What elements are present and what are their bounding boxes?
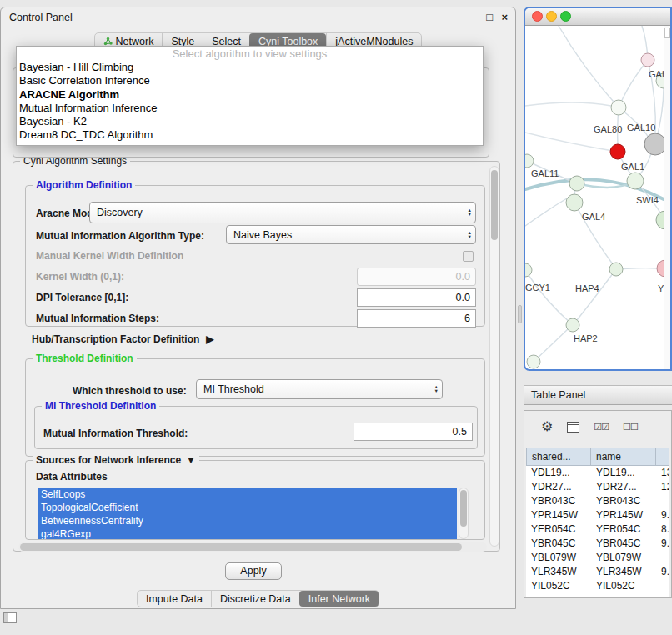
- attribute-item-gal4rgexp[interactable]: gal4RGexp: [38, 528, 457, 539]
- network-node[interactable]: [641, 53, 654, 67]
- manual-kernel-checkbox[interactable]: [463, 251, 474, 262]
- network-edge[interactable]: [577, 182, 634, 188]
- threshold-definition-group: Threshold Definition Which threshold to …: [25, 358, 485, 457]
- network-node[interactable]: [644, 133, 664, 155]
- network-node-label: SWI4: [636, 195, 659, 205]
- scrollbar-thumb[interactable]: [20, 543, 462, 551]
- algorithm-option-aracne-algorithm[interactable]: ARACNE Algorithm: [17, 88, 483, 102]
- algorithm-option-mutual-information-inference[interactable]: Mutual Information Inference: [17, 102, 483, 115]
- attribute-item-selfloops[interactable]: SelfLoops: [38, 488, 457, 501]
- network-edge[interactable]: [577, 269, 616, 320]
- scrollbar-thumb[interactable]: [460, 490, 467, 527]
- network-canvas[interactable]: GALGAL80GAL10GAL11GAL1SWI4GAL4GCY1HAP4YH…: [525, 26, 664, 369]
- minimize-traffic-light-icon[interactable]: [546, 11, 557, 22]
- mi-steps-input[interactable]: 6: [357, 309, 476, 328]
- settings-horizontal-scrollbar[interactable]: [18, 542, 487, 552]
- network-node[interactable]: [525, 154, 534, 168]
- network-canvas-svg: GALGAL80GAL10GAL11GAL1SWI4GAL4GCY1HAP4YH…: [525, 26, 664, 369]
- network-vertical-scrollbar[interactable]: [664, 26, 670, 369]
- control-panel: Control Panel □ × NetworkStyleSelectCyni…: [0, 7, 516, 609]
- network-node[interactable]: [610, 144, 625, 159]
- network-node[interactable]: [566, 194, 583, 211]
- table-row[interactable]: YDL19...YDL19...13: [526, 466, 669, 480]
- network-node[interactable]: [656, 211, 664, 229]
- mi-steps-label: Mutual Information Steps:: [36, 312, 159, 324]
- table-cell: [656, 494, 669, 508]
- tab-label: Infer Network: [308, 593, 370, 605]
- table-row[interactable]: YLR345WYLR345W9.: [526, 565, 669, 579]
- mi-type-label: Mutual Information Algorithm Type:: [36, 230, 204, 242]
- column-header-extra[interactable]: [656, 448, 669, 466]
- float-window-icon[interactable]: □: [486, 11, 493, 23]
- algorithm-option-bayesian-k2[interactable]: Bayesian - K2: [17, 115, 483, 128]
- table-row[interactable]: YIL052CYIL052C: [526, 579, 669, 593]
- dropdown-placeholder: Select algorithm to view settings: [17, 47, 483, 61]
- kernel-width-input[interactable]: 0.0: [357, 268, 476, 286]
- close-panel-icon[interactable]: ×: [501, 11, 508, 23]
- zoom-traffic-light-icon[interactable]: [560, 11, 571, 22]
- algorithm-option-dream8-dc-tdc-algorithm[interactable]: Dream8 DC_TDC Algorithm: [17, 128, 483, 142]
- select-all-columns-icon[interactable]: ☑☑: [594, 422, 609, 432]
- algorithm-option-bayesian-hill-climbing[interactable]: Bayesian - Hill Climbing: [17, 61, 483, 74]
- network-node-label: HAP2: [574, 333, 598, 343]
- network-node[interactable]: [569, 176, 584, 191]
- table-row[interactable]: YBL079WYBL079W: [526, 551, 669, 565]
- network-node[interactable]: [527, 355, 540, 368]
- data-attributes-list[interactable]: SelfLoopsTopologicalCoefficientBetweenne…: [38, 488, 457, 539]
- table-cell: YBR043C: [526, 494, 591, 508]
- mi-type-value: Naive Bayes: [233, 229, 292, 241]
- hub-definition-expander[interactable]: Hub/Transcription Factor Definition ▶: [32, 333, 214, 345]
- table-toolbar: ⚙ ☑☑ ☐☐: [524, 416, 671, 438]
- settings-vertical-scrollbar[interactable]: [489, 166, 499, 547]
- show-hidden-panel-icon[interactable]: [3, 612, 17, 623]
- table-row[interactable]: YPR145WYPR145W9.: [526, 508, 669, 522]
- network-node[interactable]: [525, 263, 532, 277]
- algorithm-option-basic-correlation-inference[interactable]: Basic Correlation Inference: [17, 74, 483, 88]
- chevron-down-icon[interactable]: ▼: [186, 454, 196, 466]
- hub-definition-label: Hub/Transcription Factor Definition: [32, 333, 199, 345]
- network-edge[interactable]: [525, 102, 611, 106]
- table-row[interactable]: YBR045CYBR045C9.: [526, 537, 669, 551]
- algorithm-definition-title: Algorithm Definition: [33, 179, 135, 191]
- which-threshold-select[interactable]: MI Threshold ▲▼: [196, 379, 443, 399]
- apply-button[interactable]: Apply: [225, 562, 282, 580]
- network-edge[interactable]: [525, 198, 567, 226]
- table-cell: YLR345W: [591, 565, 656, 579]
- network-edge[interactable]: [559, 26, 619, 108]
- table-cell: YDL19...: [591, 466, 656, 480]
- aracne-mode-select[interactable]: Discovery ▲▼: [89, 202, 476, 223]
- network-edge[interactable]: [619, 60, 648, 106]
- network-node[interactable]: [611, 100, 626, 115]
- table-cell: 9.: [656, 508, 669, 522]
- network-node[interactable]: [609, 262, 623, 276]
- attribute-item-betweennesscentrality[interactable]: BetweennessCentrality: [38, 514, 457, 528]
- network-node[interactable]: [657, 260, 664, 277]
- mi-type-select[interactable]: Naive Bayes ▲▼: [226, 225, 476, 244]
- panel-splitter-handle[interactable]: [518, 305, 522, 323]
- table-row[interactable]: YBR043CYBR043C: [526, 494, 669, 508]
- deselect-all-columns-icon[interactable]: ☐☐: [623, 422, 638, 432]
- network-node[interactable]: [627, 172, 644, 189]
- chevron-right-icon[interactable]: ▶: [206, 333, 213, 345]
- dpi-tolerance-input[interactable]: 0.0: [357, 288, 476, 307]
- tab-impute-data[interactable]: Impute Data: [138, 591, 211, 607]
- close-traffic-light-icon[interactable]: [532, 11, 543, 22]
- table-row[interactable]: YDR27...YDR27...12: [526, 480, 669, 494]
- scrollbar-button[interactable]: [664, 28, 670, 38]
- table-row[interactable]: YER054CYER054C8.: [526, 522, 669, 537]
- tab-discretize-data[interactable]: Discretize Data: [211, 591, 299, 607]
- attribute-item-topologicalcoefficient[interactable]: TopologicalCoefficient: [38, 501, 457, 514]
- columns-icon[interactable]: [567, 422, 579, 432]
- network-edge[interactable]: [525, 132, 618, 152]
- attributes-list-scrollbar[interactable]: [459, 488, 469, 539]
- column-header-shared[interactable]: shared...: [526, 448, 591, 466]
- column-header-name[interactable]: name: [591, 448, 656, 466]
- network-node[interactable]: [566, 318, 579, 332]
- gear-icon[interactable]: ⚙: [541, 420, 553, 433]
- scrollbar-thumb[interactable]: [491, 170, 498, 240]
- table-cell: 9.: [656, 565, 669, 579]
- tab-infer-network[interactable]: Infer Network: [299, 591, 379, 607]
- mi-threshold-input[interactable]: 0.5: [354, 422, 473, 441]
- mi-threshold-label: Mutual Information Threshold:: [43, 428, 188, 439]
- network-window-titlebar[interactable]: [525, 8, 670, 26]
